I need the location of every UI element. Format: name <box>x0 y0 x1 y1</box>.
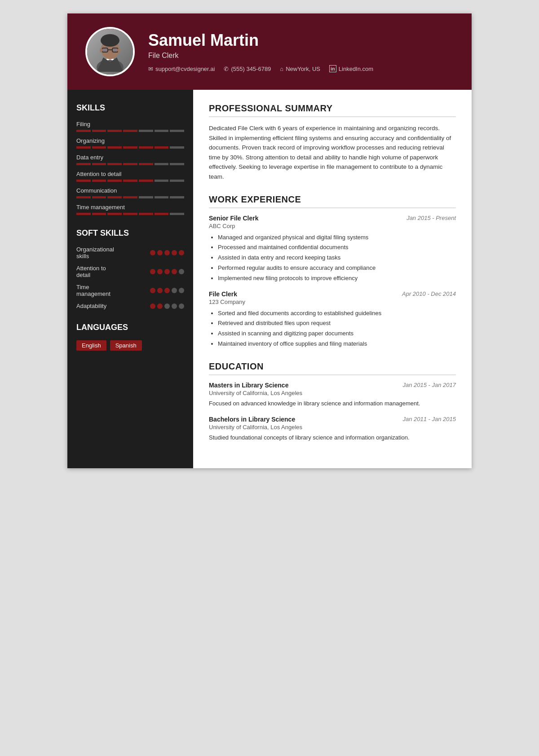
languages-section: LANGUAGES English Spanish <box>76 323 184 351</box>
svg-point-5 <box>101 34 119 47</box>
contact-linkedin: in LinkedIn.com <box>329 65 373 72</box>
edu-school: University of California, Los Angeles <box>209 390 456 396</box>
soft-skill-name: Timemanagement <box>76 284 146 297</box>
job-header: File Clerk Apr 2010 - Dec 2014 <box>209 290 456 298</box>
job-dates: Jan 2015 - Present <box>406 215 456 221</box>
bullet: Performed regular audits to ensure accur… <box>218 264 456 273</box>
bullet: Maintained inventory of office supplies … <box>218 339 456 349</box>
skill-name: Data entry <box>76 154 184 161</box>
svg-point-12 <box>118 48 120 53</box>
location-icon: ⌂ <box>280 66 283 72</box>
work-section: WORK EXPERIENCE Senior File Clerk Jan 20… <box>209 194 456 349</box>
candidate-title: File Clerk <box>148 52 454 60</box>
bullet: Implemented new filing protocols to impr… <box>218 274 456 283</box>
soft-skill-organizational: Organizationalskills <box>76 246 184 259</box>
skill-bar <box>76 146 184 149</box>
contact-email: ✉ support@cvdesigner.ai <box>148 65 215 72</box>
svg-point-11 <box>100 48 102 53</box>
edu-school: University of California, Los Angeles <box>209 424 456 431</box>
skill-time-management: Time management <box>76 204 184 215</box>
skill-data-entry: Data entry <box>76 154 184 165</box>
edu-description: Studied foundational concepts of library… <box>209 433 456 443</box>
skill-filing: Filing <box>76 121 184 132</box>
dots <box>150 250 184 255</box>
edu-degree: Masters in Library Science <box>209 382 288 389</box>
soft-skill-name: Organizationalskills <box>76 246 146 259</box>
job-company: ABC Corp <box>209 223 456 229</box>
soft-skills-title: SOFT SKILLS <box>76 229 184 238</box>
soft-skill-attention: Attention todetail <box>76 265 184 278</box>
job-dates: Apr 2010 - Dec 2014 <box>402 290 456 297</box>
edu-description: Focused on advanced knowledge in library… <box>209 399 456 409</box>
soft-skills-section: SOFT SKILLS Organizationalskills Attenti… <box>76 229 184 309</box>
job-company: 123 Company <box>209 299 456 305</box>
edu-dates: Jan 2011 - Jan 2015 <box>402 416 456 422</box>
job-title: File Clerk <box>209 290 237 298</box>
edu-header: Masters in Library Science Jan 2015 - Ja… <box>209 382 456 389</box>
language-spanish: Spanish <box>110 340 142 351</box>
avatar <box>85 27 135 76</box>
header: Samuel Martin File Clerk ✉ support@cvdes… <box>67 13 472 90</box>
skill-communication: Communication <box>76 187 184 198</box>
contact-bar: ✉ support@cvdesigner.ai ✆ (555) 345-6789… <box>148 65 454 72</box>
svg-rect-9 <box>102 48 107 52</box>
summary-title: PROFESSIONAL SUMMARY <box>209 103 456 117</box>
location-text: NewYork, US <box>286 66 320 72</box>
edu-header: Bachelors in Library Science Jan 2011 - … <box>209 416 456 423</box>
body: SKILLS Filing Organizing <box>67 90 472 468</box>
skill-name: Filing <box>76 121 184 127</box>
summary-section: PROFESSIONAL SUMMARY Dedicated File Cler… <box>209 103 456 182</box>
summary-text: Dedicated File Clerk with 6 years of exp… <box>209 123 456 182</box>
skill-bar <box>76 213 184 215</box>
soft-skill-name: Adaptability <box>76 303 146 309</box>
contact-phone: ✆ (555) 345-6789 <box>224 65 271 72</box>
candidate-name: Samuel Martin <box>148 31 454 50</box>
phone-icon: ✆ <box>224 66 229 72</box>
edu-item: Masters in Library Science Jan 2015 - Ja… <box>209 382 456 409</box>
dots <box>150 288 184 293</box>
bullet: Sorted and filed documents according to … <box>218 309 456 318</box>
bullet: Managed and organized physical and digit… <box>218 233 456 242</box>
avatar-image <box>92 31 128 72</box>
bullet: Retrieved and distributed files upon req… <box>218 319 456 328</box>
language-english: English <box>76 340 106 351</box>
soft-skill-adaptability: Adaptability <box>76 303 184 309</box>
edu-dates: Jan 2015 - Jan 2017 <box>402 382 456 388</box>
languages-title: LANGUAGES <box>76 323 184 332</box>
skill-organizing: Organizing <box>76 137 184 149</box>
contact-location: ⌂ NewYork, US <box>280 65 320 72</box>
dots <box>150 269 184 274</box>
skill-name: Time management <box>76 204 184 211</box>
language-tags: English Spanish <box>76 340 184 351</box>
education-title: EDUCATION <box>209 361 456 375</box>
edu-item: Bachelors in Library Science Jan 2011 - … <box>209 416 456 443</box>
svg-rect-10 <box>113 48 118 52</box>
skill-bar <box>76 180 184 182</box>
job-item: Senior File Clerk Jan 2015 - Present ABC… <box>209 215 456 283</box>
bullet: Processed and maintained confidential do… <box>218 243 456 252</box>
linkedin-icon: in <box>329 65 336 72</box>
soft-skill-time-management: Timemanagement <box>76 284 184 297</box>
skills-section: SKILLS Filing Organizing <box>76 103 184 215</box>
work-title: WORK EXPERIENCE <box>209 194 456 208</box>
main-content: PROFESSIONAL SUMMARY Dedicated File Cler… <box>193 90 472 468</box>
job-bullets: Sorted and filed documents according to … <box>209 309 456 349</box>
job-header: Senior File Clerk Jan 2015 - Present <box>209 215 456 222</box>
resume: Samuel Martin File Clerk ✉ support@cvdes… <box>67 13 472 468</box>
dots <box>150 303 184 309</box>
skill-bar <box>76 130 184 132</box>
phone-text: (555) 345-6789 <box>231 66 271 72</box>
soft-skill-name: Attention todetail <box>76 265 146 278</box>
job-bullets: Managed and organized physical and digit… <box>209 233 456 283</box>
job-title: Senior File Clerk <box>209 215 258 222</box>
skill-attention: Attention to detail <box>76 171 184 182</box>
skill-name: Communication <box>76 187 184 194</box>
skills-title: SKILLS <box>76 103 184 113</box>
header-info: Samuel Martin File Clerk ✉ support@cvdes… <box>148 31 454 72</box>
job-item: File Clerk Apr 2010 - Dec 2014 123 Compa… <box>209 290 456 349</box>
email-text: support@cvdesigner.ai <box>155 66 215 72</box>
edu-degree: Bachelors in Library Science <box>209 416 295 423</box>
linkedin-text: LinkedIn.com <box>339 66 373 72</box>
bullet: Assisted in scanning and digitizing pape… <box>218 329 456 338</box>
skill-name: Organizing <box>76 137 184 144</box>
